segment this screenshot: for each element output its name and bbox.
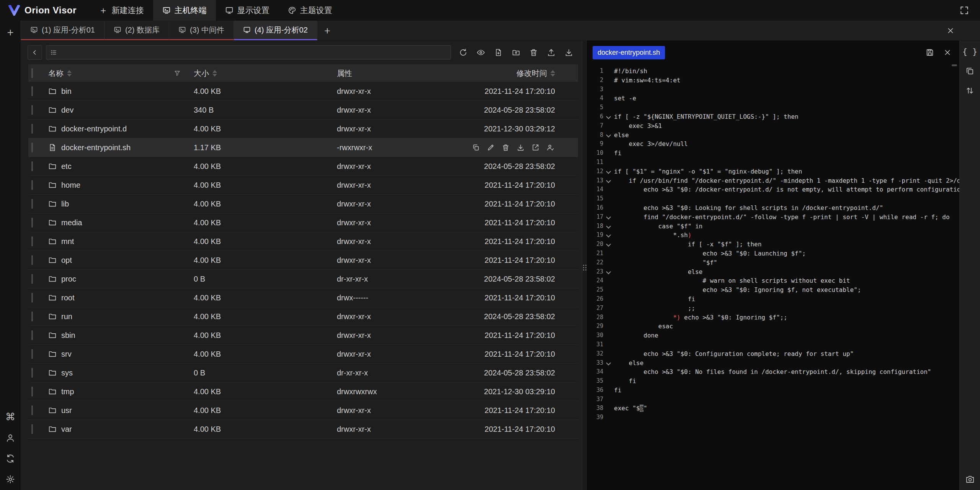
menu-display-settings[interactable]: 显示设置 — [216, 0, 279, 21]
row-checkbox[interactable] — [31, 199, 33, 209]
delete-button[interactable] — [528, 46, 540, 59]
row-checkbox[interactable] — [31, 274, 33, 284]
row-checkbox[interactable] — [31, 105, 33, 115]
file-name[interactable]: opt — [61, 256, 72, 265]
row-checkbox[interactable] — [31, 218, 33, 228]
table-row[interactable]: usr 4.00 KB drwxr-xr-x 2021-11-24 17:20:… — [28, 401, 578, 420]
table-row[interactable]: lib 4.00 KB drwxr-xr-x 2021-11-24 17:20:… — [28, 195, 578, 213]
row-checkbox[interactable] — [31, 387, 33, 397]
table-row[interactable]: sys 0 B dr-xr-xr-x 2024-05-28 23:58:02 — [28, 364, 578, 382]
preview-hidden-button[interactable] — [475, 46, 487, 59]
new-tab-button[interactable]: ＋ — [317, 21, 337, 40]
sync-button[interactable] — [6, 454, 15, 463]
table-row[interactable]: tmp 4.00 KB drwxrwxrwx 2021-12-30 03:29:… — [28, 382, 578, 401]
settings-button[interactable] — [6, 475, 15, 484]
table-row[interactable]: proc 0 B dr-xr-xr-x 2024-05-28 23:58:02 — [28, 270, 578, 288]
sort-icon[interactable] — [67, 70, 72, 77]
file-name[interactable]: bin — [61, 87, 72, 96]
file-name[interactable]: root — [61, 293, 74, 302]
table-row[interactable]: dev 340 B drwxr-xr-x 2024-05-28 23:58:02 — [28, 101, 578, 120]
screenshot-button[interactable] — [965, 475, 975, 484]
menu-theme-settings[interactable]: 主题设置 — [279, 0, 341, 21]
tab-terminal-1[interactable]: (1) 应用-分析01 — [21, 21, 105, 40]
fold-icon[interactable] — [603, 222, 614, 231]
row-checkbox[interactable] — [31, 86, 33, 96]
table-row[interactable]: srv 4.00 KB drwxr-xr-x 2021-11-24 17:20:… — [28, 345, 578, 364]
column-header-name[interactable]: 名称 — [48, 68, 194, 79]
sort-lines-button[interactable] — [965, 86, 974, 95]
tab-terminal-4[interactable]: (4) 应用-分析02 — [234, 21, 317, 40]
row-checkbox[interactable] — [31, 255, 33, 265]
row-checkbox[interactable] — [31, 180, 33, 190]
column-header-size[interactable]: 大小 — [194, 68, 337, 79]
menu-host-terminal[interactable]: 主机终端 — [153, 0, 216, 21]
close-all-tabs-button[interactable] — [946, 21, 955, 41]
row-checkbox[interactable] — [31, 368, 33, 378]
panel-splitter[interactable] — [582, 41, 586, 490]
file-name[interactable]: proc — [61, 275, 76, 284]
select-all-checkbox[interactable] — [31, 68, 33, 78]
file-name[interactable]: tmp — [61, 387, 74, 396]
table-row[interactable]: var 4.00 KB drwxr-xr-x 2021-11-24 17:20:… — [28, 420, 578, 439]
file-name[interactable]: docker-entrypoint.sh — [61, 143, 131, 152]
fold-icon[interactable] — [603, 176, 614, 185]
row-checkbox[interactable] — [31, 405, 33, 415]
path-input[interactable] — [60, 48, 447, 57]
row-checkbox[interactable] — [31, 330, 33, 340]
editor-close-button[interactable] — [942, 47, 953, 58]
file-name[interactable]: run — [61, 312, 72, 321]
fold-icon[interactable] — [603, 112, 614, 121]
file-name[interactable]: srv — [61, 350, 72, 359]
save-button[interactable] — [924, 47, 936, 58]
table-row[interactable]: root 4.00 KB drwx------ 2021-11-24 17:20… — [28, 288, 578, 307]
download-file-button[interactable] — [517, 144, 524, 151]
fullscreen-button[interactable] — [957, 3, 972, 18]
table-row[interactable]: mnt 4.00 KB drwxr-xr-x 2021-11-24 17:20:… — [28, 232, 578, 251]
row-checkbox[interactable] — [31, 161, 33, 171]
delete-file-button[interactable] — [502, 144, 510, 151]
fold-icon[interactable] — [603, 131, 614, 140]
row-checkbox[interactable] — [31, 124, 33, 134]
rail-new-button[interactable]: ＋ — [5, 27, 16, 38]
path-list-icon[interactable] — [50, 49, 57, 56]
sort-icon[interactable] — [212, 70, 217, 77]
code-area[interactable]: 1#!/bin/sh2# vim:sw=4:ts=4:et34set -e56i… — [586, 64, 959, 490]
column-header-attr[interactable]: 属性 — [337, 68, 463, 79]
file-name[interactable]: sys — [61, 369, 73, 377]
refresh-button[interactable] — [457, 46, 469, 59]
table-row[interactable]: sbin 4.00 KB drwxr-xr-x 2021-11-24 17:20… — [28, 326, 578, 345]
file-name[interactable]: etc — [61, 162, 72, 171]
file-name[interactable]: var — [61, 425, 72, 434]
file-name[interactable]: dev — [61, 106, 74, 115]
new-file-button[interactable] — [492, 46, 505, 59]
file-name[interactable]: media — [61, 218, 82, 227]
download-button[interactable] — [563, 46, 575, 59]
edit-button[interactable] — [487, 144, 495, 151]
row-checkbox[interactable] — [31, 293, 33, 303]
row-checkbox[interactable] — [31, 143, 33, 152]
permission-button[interactable] — [547, 144, 554, 151]
filter-button[interactable] — [174, 70, 181, 77]
file-name[interactable]: lib — [61, 200, 69, 208]
copy-button[interactable] — [472, 144, 480, 151]
tab-terminal-2[interactable]: (2) 数据库 — [105, 21, 169, 40]
file-name[interactable]: docker-entrypoint.d — [61, 125, 127, 133]
table-row[interactable]: opt 4.00 KB drwxr-xr-x 2021-11-24 17:20:… — [28, 251, 578, 270]
row-checkbox[interactable] — [31, 349, 33, 359]
editor-scrollbar[interactable] — [952, 64, 957, 66]
fold-icon[interactable] — [603, 213, 614, 222]
new-folder-button[interactable] — [510, 46, 522, 59]
export-button[interactable] — [532, 144, 539, 151]
file-name[interactable]: usr — [61, 406, 72, 415]
table-row[interactable]: home 4.00 KB drwxr-xr-x 2021-11-24 17:20… — [28, 176, 578, 195]
row-checkbox[interactable] — [31, 236, 33, 246]
file-name[interactable]: sbin — [61, 331, 75, 340]
row-checkbox[interactable] — [31, 424, 33, 434]
fold-icon[interactable] — [603, 240, 614, 249]
app-logo[interactable]: Orion Visor — [8, 5, 77, 16]
command-button[interactable]: ⌘ — [5, 412, 15, 422]
table-row[interactable]: docker-entrypoint.d 4.00 KB drwxr-xr-x 2… — [28, 120, 578, 138]
back-button[interactable] — [28, 45, 42, 60]
fold-icon[interactable] — [603, 267, 614, 277]
file-name[interactable]: mnt — [61, 237, 74, 246]
